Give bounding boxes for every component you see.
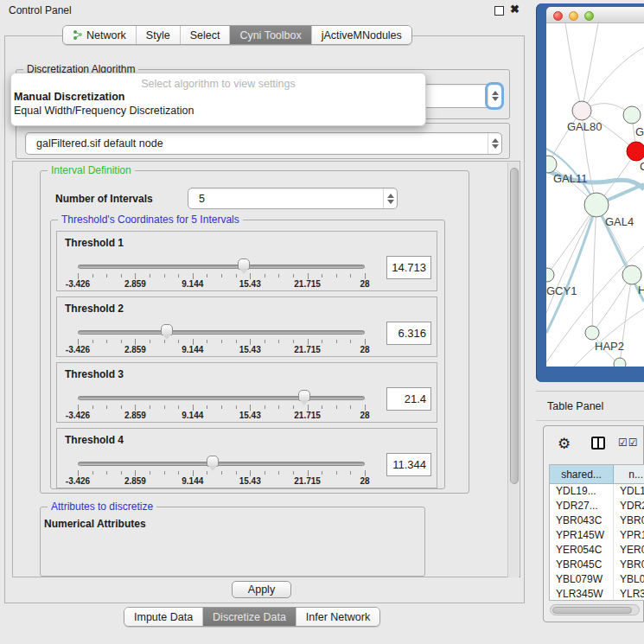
threshold-slider-1[interactable]: -3.4262.8599.14415.4321.71528 [78, 261, 365, 287]
close-icon[interactable]: ✖ [510, 3, 520, 16]
network-node-hap2[interactable] [585, 326, 599, 340]
minimize-traffic-light-icon[interactable] [569, 11, 578, 21]
threshold-value-field-2[interactable]: 6.316 [386, 322, 431, 345]
slider-thumb[interactable] [161, 324, 173, 335]
table-row[interactable]: YLR345WYLR3... [550, 587, 644, 601]
table-row[interactable]: YDL19...YDL1... [550, 484, 644, 499]
tick-label: 28 [360, 279, 369, 289]
threshold-slider-2[interactable]: -3.4262.8599.14415.4321.71528 [78, 327, 365, 353]
table-row[interactable]: YBR045CYBR0... [550, 558, 644, 572]
tick-label: 28 [360, 345, 369, 354]
network-node-gal4[interactable] [584, 193, 609, 217]
tab-infer-network[interactable]: Infer Network [296, 608, 379, 626]
slider-thumb[interactable] [298, 390, 310, 401]
threshold-value-field-1[interactable]: 14.713 [386, 256, 431, 279]
dropdown-item-equal-width[interactable]: Equal Width/Frequency Discretization [11, 104, 425, 118]
table-row[interactable]: YBR043CYBR0... [550, 513, 644, 528]
group-title: Threshold's Coordinates for 5 Intervals [58, 214, 243, 226]
network-edge[interactable] [565, 23, 582, 111]
slider-track[interactable] [78, 265, 365, 269]
tick-label: 15.43 [239, 411, 261, 420]
network-node-gcy1[interactable] [546, 268, 554, 282]
tick-label: 21.715 [294, 279, 321, 289]
checkboxes-icon[interactable]: ☑☑ [618, 437, 639, 449]
slider-track[interactable] [78, 462, 365, 466]
node-label: GCY1 [546, 284, 577, 297]
network-canvas[interactable]: GAL80GACGAL11GAL4GCY1HHAP2 [546, 23, 644, 367]
tab-cyni-toolbox[interactable]: Cyni Toolbox [230, 26, 311, 44]
tab-select[interactable]: Select [181, 26, 231, 44]
cell-name: YDL1... [614, 484, 644, 499]
tab-impute-data[interactable]: Impute Data [124, 608, 203, 626]
apply-button[interactable]: Apply [232, 581, 291, 598]
network-view-window[interactable]: GAL80GACGAL11GAL4GCY1HHAP2 [536, 3, 644, 382]
gear-icon[interactable]: ⚙ [558, 435, 571, 453]
scrollbar-thumb[interactable] [552, 607, 632, 614]
network-edge[interactable] [592, 275, 632, 333]
column-header[interactable]: n... [614, 465, 644, 483]
vertical-scrollbar[interactable] [507, 163, 519, 577]
tab-label: Impute Data [134, 611, 193, 623]
threshold-label: Threshold 2 [65, 303, 124, 315]
cell-name: YER0... [614, 543, 644, 558]
tick-label: 9.144 [182, 411, 203, 420]
network-node-ga[interactable] [623, 106, 641, 124]
node-attribute-table[interactable]: shared...n...YDL19...YDL1...YDR27...YDR2… [549, 464, 644, 601]
node-label: C [640, 160, 644, 173]
table-panel-header: Table Panel [536, 391, 644, 421]
network-node-gal80[interactable] [572, 101, 591, 120]
num-intervals-combobox[interactable]: 5 [188, 188, 398, 209]
table-row[interactable]: YBL079WYBL0... [550, 572, 644, 587]
network-edge[interactable] [582, 48, 644, 111]
network-node-gal11[interactable] [546, 156, 557, 173]
table-row[interactable]: YDR27...YDR2... [550, 499, 644, 513]
threshold-value-field-3[interactable]: 21.4 [386, 387, 431, 411]
tab-jactivemnodules[interactable]: jActiveMNodules [312, 26, 411, 44]
slider-track[interactable] [78, 396, 365, 400]
close-traffic-light-icon[interactable] [553, 11, 563, 21]
slider-thumb[interactable] [207, 456, 219, 467]
table-row[interactable]: YER054CYER0... [550, 543, 644, 558]
table-data-combobox[interactable]: galFiltered.sif default node [25, 132, 502, 155]
float-window-icon[interactable] [494, 6, 504, 16]
threshold-slider-3[interactable]: -3.4262.8599.14415.4321.71528 [78, 392, 365, 418]
tab-style[interactable]: Style [137, 26, 181, 44]
network-window-titlebar[interactable] [546, 7, 644, 23]
table-row[interactable]: YPR145WYPR1... [550, 528, 644, 543]
slider-track[interactable] [78, 330, 365, 335]
table-panel: ⚙ ☑☑ shared...n...YDL19...YDL1...YDR27..… [543, 425, 644, 622]
network-node-h[interactable] [622, 265, 641, 284]
scrollbar-thumb[interactable] [510, 168, 519, 484]
threshold-slider-4[interactable]: -3.4262.8599.14415.4321.71528 [78, 458, 365, 484]
tick-label: 2.859 [124, 476, 146, 486]
network-edge[interactable] [592, 205, 596, 333]
threshold-value-field-4[interactable]: 11.344 [386, 453, 431, 476]
slider-ticks [78, 405, 365, 411]
network-edge[interactable] [582, 23, 598, 111]
choose-columns-icon[interactable] [591, 437, 605, 450]
threshold-label: Threshold 1 [65, 237, 124, 249]
numerical-attributes-label: Numerical Attributes [44, 518, 146, 530]
dropdown-item-manual[interactable]: Manual Discretization [11, 90, 425, 104]
slider-thumb[interactable] [238, 258, 250, 270]
tab-network[interactable]: Network [63, 26, 137, 44]
slider-tick-labels: -3.4262.8599.14415.4321.71528 [78, 411, 365, 420]
network-edge[interactable] [546, 205, 596, 333]
dropdown-placeholder-item[interactable]: Select algorithm to view settings [11, 78, 425, 90]
network-node[interactable] [614, 358, 626, 367]
zoom-traffic-light-icon[interactable] [584, 11, 594, 21]
combo-stepper[interactable] [383, 188, 397, 208]
network-edge[interactable] [547, 205, 596, 275]
combo-stepper[interactable] [488, 85, 501, 107]
combo-stepper[interactable] [488, 133, 501, 154]
slider-tick-labels: -3.4262.8599.14415.4321.71528 [78, 476, 365, 486]
cell-name: YPR1... [614, 528, 644, 543]
tab-discretize-data[interactable]: Discretize Data [203, 608, 296, 626]
tab-label: Discretize Data [213, 611, 286, 623]
column-header[interactable]: shared... [550, 465, 614, 483]
cell-name: YDR2... [614, 499, 644, 513]
horizontal-scrollbar[interactable] [550, 604, 640, 615]
bottom-tab-bar: Impute DataDiscretize DataInfer Network [124, 607, 380, 627]
thresholds-group: Threshold's Coordinates for 5 Intervals … [50, 220, 445, 489]
network-node-c[interactable] [627, 142, 644, 161]
